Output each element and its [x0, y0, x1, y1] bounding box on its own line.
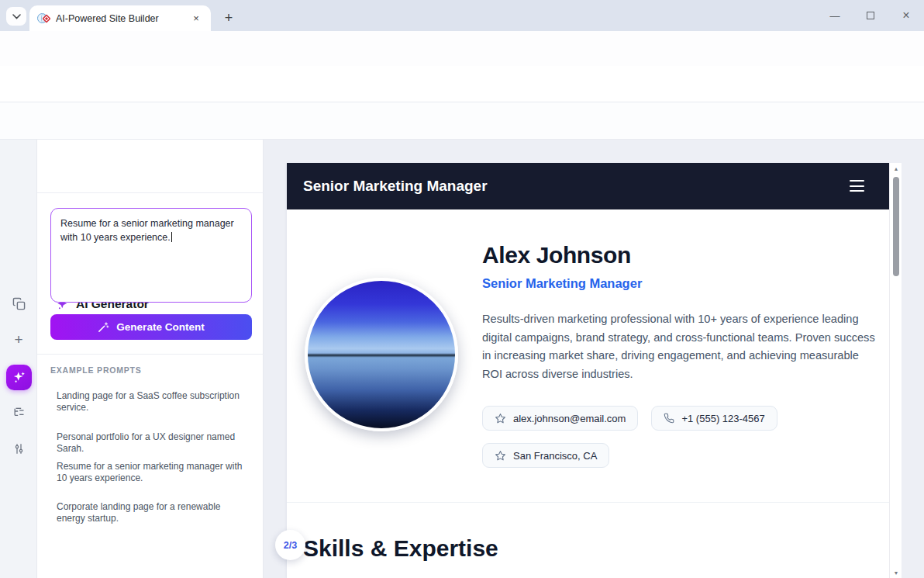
chevron-down-icon	[12, 14, 21, 19]
settings-button[interactable]	[9, 439, 28, 458]
magic-wand-icon	[98, 321, 109, 333]
site-navbar-title: Senior Marketing Manager	[303, 178, 488, 195]
hamburger-icon[interactable]	[850, 180, 864, 192]
tab-close-icon[interactable]: ×	[189, 12, 203, 26]
maximize-icon	[867, 12, 874, 19]
resume-name: Alex Johnson	[482, 242, 631, 268]
window-controls: — ×	[817, 0, 924, 31]
text-caret	[171, 232, 172, 242]
progress-badge: 2/3	[275, 530, 305, 560]
tab-search-button[interactable]	[6, 7, 26, 26]
section-divider	[287, 502, 889, 503]
add-section-button[interactable]: +	[9, 331, 28, 349]
prompt-input[interactable]: Resume for a senior marketing manager wi…	[50, 208, 252, 303]
screen: AI-Powered Site Builder × + — × ← → ai-t…	[0, 0, 924, 578]
tree-list-icon	[12, 407, 26, 419]
site-favicon	[37, 12, 50, 25]
ai-generator-panel: AI Generator Describe your site and let …	[37, 140, 264, 578]
phone-chip[interactable]: +1 (555) 123-4567	[651, 406, 777, 431]
email-chip[interactable]: alex.johnson@email.com	[482, 406, 638, 431]
close-window-button[interactable]: ×	[888, 0, 924, 31]
location-chip[interactable]: San Francisco, CA	[482, 443, 609, 468]
browser-titlebar: AI-Powered Site Builder × + — ×	[0, 0, 924, 31]
contact-chips-row: San Francisco, CA	[482, 443, 609, 468]
resume-role: Senior Marketing Manager	[482, 276, 642, 291]
example-prompt[interactable]: Personal portfolio for a UX designer nam…	[57, 431, 247, 455]
star-icon	[495, 413, 506, 424]
skills-section-title: Skills & Expertise	[303, 535, 498, 562]
left-icon-rail: +	[0, 140, 37, 578]
app-header: AI-Powered Site Builder Powered by Visua…	[0, 66, 924, 102]
example-prompt[interactable]: Corporate landing page for a renewable e…	[57, 501, 247, 524]
pages-copy-icon	[12, 297, 26, 310]
resume-summary: Results-driven marketing professional wi…	[482, 310, 876, 383]
browser-toolbar: ← → ai-toolbox.visual-paradigm.com/app/a…	[0, 31, 924, 66]
minimize-button[interactable]: —	[817, 0, 853, 31]
scroll-down-icon[interactable]: ▼	[890, 567, 902, 578]
new-tab-button[interactable]: +	[219, 8, 239, 28]
site-navbar: Senior Marketing Manager	[287, 163, 889, 209]
example-prompts-heading: EXAMPLE PROMPTS	[50, 365, 142, 375]
site-preview-canvas[interactable]: Senior Marketing Manager Alex Johnson Se…	[287, 163, 889, 578]
sliders-icon	[13, 442, 25, 455]
phone-icon	[664, 413, 674, 424]
editor-toolbar: CURRENT SITE My Site ↶ ↷ Save Changes La…	[0, 102, 924, 140]
browser-tab[interactable]: AI-Powered Site Builder ×	[29, 5, 211, 31]
contact-chips-row: alex.johnson@email.com +1 (555) 123-4567	[482, 406, 777, 431]
site-tree-button[interactable]	[9, 403, 28, 422]
star-icon	[495, 450, 506, 462]
scroll-up-icon[interactable]: ▲	[890, 163, 902, 174]
ai-sparkle-icon	[12, 370, 26, 385]
maximize-button[interactable]	[853, 0, 888, 31]
example-prompt[interactable]: Landing page for a SaaS coffee subscript…	[57, 390, 247, 414]
example-prompt[interactable]: Resume for a senior marketing manager wi…	[57, 461, 247, 484]
pages-button[interactable]	[9, 294, 28, 313]
profile-photo	[305, 278, 458, 431]
scrollbar-thumb[interactable]	[893, 177, 899, 276]
ai-generator-tab[interactable]	[6, 365, 32, 390]
preview-scrollbar[interactable]: ▲ ▼	[889, 163, 902, 578]
generate-content-button[interactable]: Generate Content	[50, 314, 252, 340]
tab-title: AI-Powered Site Builder	[56, 13, 183, 24]
